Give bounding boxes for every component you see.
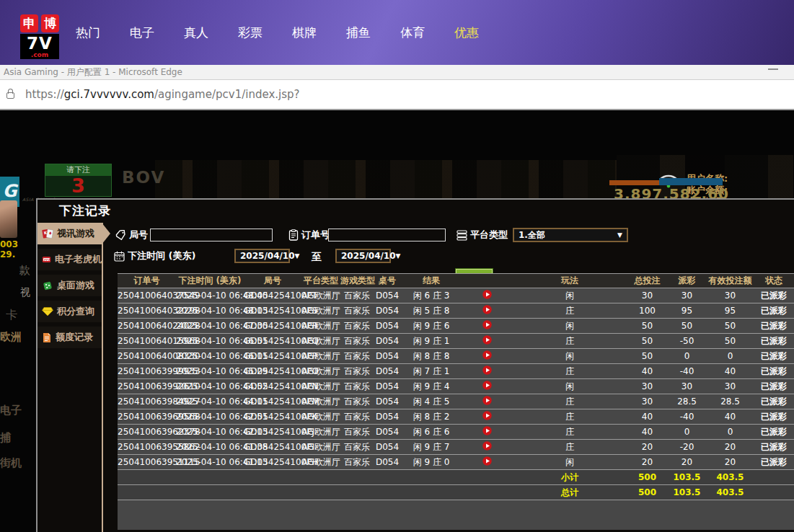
table-row: 2504100639849272025-04-10 06:44:11GD0542…	[118, 394, 794, 409]
url-text[interactable]: https://gci.7vvvvvv.com/agingame/pcv1/in…	[25, 88, 300, 101]
nav-item-sports[interactable]: 体育	[400, 25, 425, 41]
lock-icon	[6, 92, 14, 99]
play-cell: 庄	[512, 409, 627, 425]
table-row: 2504100640083302025-04-10 06:46:11GD0542…	[118, 349, 794, 364]
sidebar-item-table-games[interactable]: 桌面游戏	[38, 275, 102, 296]
status-cell: 已派彩	[754, 394, 794, 409]
grand-total-row: 总计 500 103.5 403.5	[118, 485, 794, 500]
play-cell: 庄	[512, 394, 627, 409]
nav-item-cards[interactable]: 棋牌	[292, 25, 317, 41]
table-no-cell: D054	[374, 349, 401, 364]
total-bet-cell: 100	[627, 303, 667, 319]
gem-icon	[42, 306, 53, 316]
bet-bar-orange	[609, 180, 659, 185]
status-cell: 已派彩	[754, 455, 794, 470]
replay-button[interactable]	[462, 440, 512, 455]
replay-button[interactable]	[462, 394, 512, 409]
platform-list-icon	[456, 230, 467, 241]
game-type-cell: 百家乐	[340, 379, 374, 394]
valid-bet-cell: 95	[707, 303, 754, 319]
result-cell: 闲 8 庄 8	[401, 349, 462, 364]
table-header-row: 订单号 下注时间 (美东) 局号 平台类型 游戏类型 桌号 结果 玩法 总投注 …	[118, 274, 794, 288]
bet-time-cell: 2025-04-10 06:42:13	[176, 425, 244, 440]
payout-cell: 28.5	[667, 394, 707, 409]
backdrop-fragment: 29.	[0, 249, 15, 260]
replay-button[interactable]	[462, 319, 512, 334]
nav-item-fishing[interactable]: 捕鱼	[346, 25, 371, 41]
nav-item-promo[interactable]: 优惠	[454, 25, 479, 41]
status-cell: 已派彩	[754, 319, 794, 334]
platform-cell: AG欧洲厅	[301, 303, 340, 319]
col-result: 结果	[401, 274, 462, 288]
play-icon	[482, 365, 492, 375]
replay-button[interactable]	[462, 303, 512, 319]
svg-text:♦: ♦	[48, 230, 53, 236]
window-titlebar: Asia Gaming - 用户配置 1 - Microsoft Edge	[0, 65, 794, 79]
play-cell: 闲	[512, 319, 627, 334]
game-type-cell: 百家乐	[340, 334, 374, 349]
sidebar-item-points[interactable]: 积分查询	[38, 301, 102, 322]
replay-button[interactable]	[462, 409, 512, 425]
replay-button[interactable]	[462, 379, 512, 394]
minimize-button[interactable]	[768, 68, 778, 70]
sidebar-item-label: 电子老虎机	[55, 253, 102, 266]
order-no-cell: 250410063955862	[118, 440, 176, 455]
order-no-cell: 250410064032298	[118, 303, 176, 319]
platform-cell: AG欧洲厅	[301, 288, 340, 303]
sidebar-item-quota[interactable]: 额度记录	[38, 327, 102, 348]
play-cell: 庄	[512, 303, 627, 319]
sidebar-item-live-games[interactable]: K ♦ 视讯游戏	[38, 223, 102, 244]
order-no-cell: 250410064008330	[118, 349, 176, 364]
col-total-bet: 总投注	[627, 274, 667, 288]
backdrop-fragment: 视	[20, 286, 30, 299]
replay-button[interactable]	[462, 288, 512, 303]
panel-title: 下注记录	[59, 200, 111, 223]
platform-type-label-group: 平台类型	[456, 229, 508, 241]
site-logo[interactable]: 申 博 7V .com	[20, 14, 62, 59]
order-no-input[interactable]	[328, 229, 446, 241]
round-no-cell: GD054254100PJ	[244, 425, 301, 440]
table-row: 2504100640240282025-04-10 06:47:30GD0542…	[118, 319, 794, 334]
play-cell: 庄	[512, 425, 627, 440]
game-type-cell: 百家乐	[340, 319, 374, 334]
backdrop-fragment: 款	[19, 264, 30, 278]
payout-cell: -40	[667, 364, 707, 379]
table-no-cell: D054	[374, 394, 401, 409]
grand-total-payout: 103.5	[667, 485, 707, 500]
replay-button[interactable]	[462, 334, 512, 349]
date-from-select[interactable]: 2025/04/10 ▼	[234, 249, 290, 263]
bet-bar-blue	[659, 178, 723, 185]
sidebar-item-label: 积分查询	[57, 305, 94, 318]
round-no-input[interactable]	[150, 229, 273, 241]
payout-cell: 20	[667, 455, 707, 470]
replay-button[interactable]	[462, 364, 512, 379]
nav-item-slots[interactable]: 电子	[130, 25, 154, 41]
round-no-cell: GD054254100PS	[244, 303, 301, 319]
nav-menu: 热门 电子 真人 彩票 棋牌 捕鱼 体育 优惠	[76, 0, 479, 65]
status-cell: 已派彩	[754, 425, 794, 440]
bet-time-cell: 2025-04-10 06:48:13	[176, 303, 244, 319]
bet-time-cell: 2025-04-10 06:44:11	[176, 394, 244, 409]
result-cell: 闲 9 庄 6	[401, 319, 462, 334]
nav-item-live[interactable]: 真人	[184, 25, 208, 41]
sidebar-item-slots[interactable]: 777 电子老虎机	[38, 249, 102, 270]
bet-table-body: 2504100640375492025-04-10 06:48:40GD0542…	[118, 288, 794, 470]
platform-type-select[interactable]: 1.全部 ▼	[513, 228, 628, 242]
result-cell: 闲 5 庄 8	[401, 303, 462, 319]
payout-cell: 50	[667, 319, 707, 334]
replay-button[interactable]	[462, 455, 512, 470]
nav-item-hot[interactable]: 热门	[76, 25, 100, 41]
address-bar[interactable]: https://gci.7vvvvvv.com/agingame/pcv1/in…	[0, 79, 794, 110]
round-no-cell: GD054254100PI	[244, 440, 301, 455]
nav-item-lottery[interactable]: 彩票	[238, 25, 263, 41]
grand-total-valid-bet: 403.5	[707, 485, 754, 500]
payout-cell: 0	[667, 425, 707, 440]
round-no-label-group: 局号	[115, 229, 148, 241]
valid-bet-cell: 50	[707, 334, 754, 349]
result-cell: 闲 7 庄 1	[401, 364, 462, 379]
game-type-cell: 百家乐	[340, 349, 374, 364]
replay-button[interactable]	[462, 349, 512, 364]
date-to-select[interactable]: 2025/04/10 ▼	[335, 249, 391, 263]
replay-button[interactable]	[462, 425, 512, 440]
bet-prompt-box: 请下注 3	[45, 164, 112, 197]
